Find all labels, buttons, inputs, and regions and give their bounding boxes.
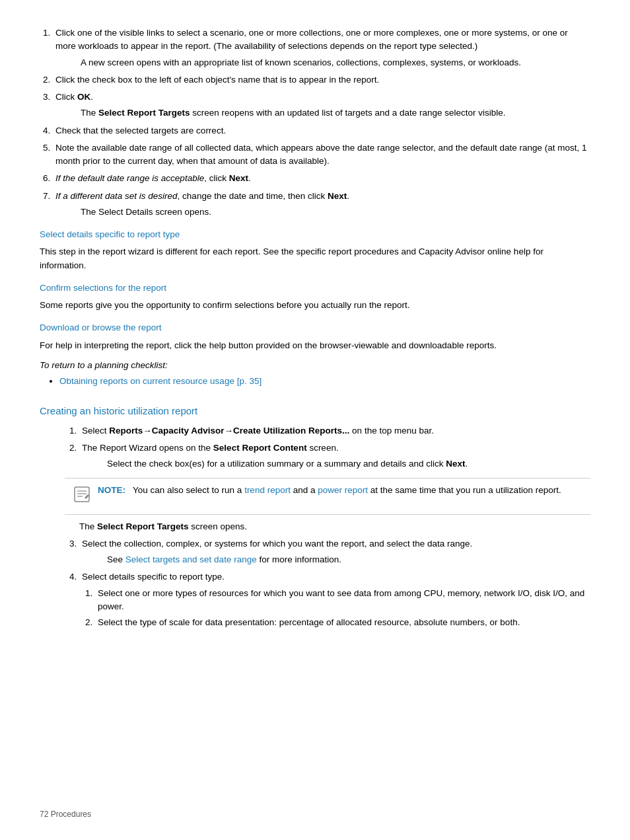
return-list: Obtaining reports on current resource us…	[59, 375, 590, 388]
list-item-7: If a different data set is desired, chan…	[53, 190, 590, 219]
list-item-4: Check that the selected targets are corr…	[53, 124, 590, 137]
list-item-3: Click OK. The Select Report Targets scre…	[53, 91, 590, 120]
note-icon	[73, 485, 91, 509]
section-list-item-4: Select details specific to report type. …	[79, 570, 590, 629]
section-list: Select Reports→Capacity Advisor→Create U…	[79, 424, 590, 471]
subheading-download-browse: Download or browse the report	[40, 321, 590, 334]
section-list-item-3: Select the collection, complex, or syste…	[79, 537, 590, 567]
indent-block-s3: See Select targets and set date range fo…	[107, 553, 590, 566]
indent-block-3: The Select Report Targets screen reopens…	[81, 106, 590, 120]
note-label: NOTE:	[98, 485, 125, 495]
section-list-item-1: Select Reports→Capacity Advisor→Create U…	[79, 424, 590, 438]
intro-list: Click one of the visible links to select…	[53, 26, 590, 219]
svg-marker-4	[85, 494, 89, 499]
list-item-5: Note the available date range of all col…	[53, 141, 590, 169]
subheading-select-details: Select details specific to report type	[40, 228, 590, 241]
select-targets-link[interactable]: Select targets and set date range	[125, 554, 257, 564]
confirm-selections-body: Some reports give you the opportunity to…	[40, 299, 590, 312]
section-list-item-2: The Report Wizard opens on the Select Re…	[79, 441, 590, 471]
return-link[interactable]: Obtaining reports on current resource us…	[59, 376, 262, 386]
sub-list-item-4-1: Select one or more types of resources fo…	[95, 587, 590, 614]
indent-block-7: The Select Details screen opens.	[81, 206, 590, 219]
return-label: To return to a planning checklist:	[40, 359, 590, 372]
indent-block-1: A new screen opens with an appropriate l…	[81, 56, 590, 69]
download-browse-body: For help in interpreting the report, cli…	[40, 339, 590, 352]
page: Click one of the visible links to select…	[0, 0, 630, 840]
select-details-body: This step in the report wizard is differ…	[40, 245, 590, 272]
sub-list-item-4-2: Select the type of scale for data presen…	[95, 616, 590, 629]
indent-block-s2: Select the check box(es) for a utilizati…	[107, 457, 590, 471]
section-list-2: Select the collection, complex, or syste…	[79, 537, 590, 630]
list-item-2: Click the check box to the left of each …	[53, 73, 590, 87]
section-heading-historic: Creating an historic utilization report	[40, 404, 590, 419]
sub-list-4: Select one or more types of resources fo…	[95, 587, 590, 630]
page-footer: 72 Procedures	[40, 808, 91, 820]
list-item-1: Click one of the visible links to select…	[53, 26, 590, 69]
svg-rect-0	[75, 487, 89, 502]
note-box: NOTE: You can also select to run a trend…	[65, 478, 590, 515]
subheading-confirm-selections: Confirm selections for the report	[40, 282, 590, 295]
note-content: NOTE: You can also select to run a trend…	[98, 484, 561, 497]
list-item-6: If the default date range is acceptable,…	[53, 172, 590, 185]
note-svg-icon	[73, 485, 91, 504]
select-report-targets-line: The Select Report Targets screen opens.	[79, 520, 590, 533]
return-link-item[interactable]: Obtaining reports on current resource us…	[59, 375, 590, 388]
power-report-link[interactable]: power report	[318, 485, 368, 495]
trend-report-link[interactable]: trend report	[244, 485, 291, 495]
